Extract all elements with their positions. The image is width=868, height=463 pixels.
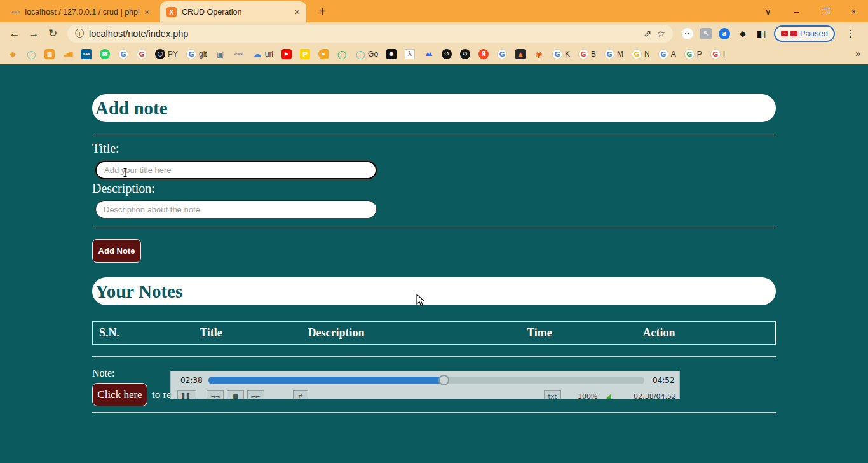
fast-forward-button[interactable]: ►► <box>247 390 264 399</box>
bookmark-google-a[interactable]: G A <box>658 49 676 59</box>
tab-title: CRUD Operation <box>182 8 289 17</box>
bookmark-favicon-icon: ▦ <box>44 49 55 59</box>
minimize-button[interactable]: – <box>782 0 811 22</box>
bookmark-google-1[interactable]: G <box>118 49 128 59</box>
bookmarks-overflow-icon[interactable]: » <box>855 48 860 59</box>
bookmark-google-p[interactable]: G P <box>684 49 702 59</box>
bookmark-google-2[interactable]: G <box>137 49 147 59</box>
paused-extension-pill[interactable]: • • Paused <box>774 25 835 42</box>
bookmark-favicon-icon: ▲▲ <box>423 49 433 59</box>
bookmark-youtube[interactable]: ▶ <box>281 49 292 59</box>
bookmark-google-b[interactable]: G B <box>578 49 596 59</box>
bookmark-phpmyadmin[interactable]: PMA <box>234 49 244 59</box>
player-progress-track[interactable] <box>208 377 644 384</box>
stop-button[interactable]: ■ <box>227 390 244 399</box>
bookmark-printer[interactable]: ▣ <box>215 49 226 59</box>
reload-button[interactable]: ↻ <box>43 27 62 40</box>
tab-phpmyadmin[interactable]: PMA localhost / 127.0.0.1 / crud | phpM … <box>5 1 156 22</box>
bookmark-google-n[interactable]: G N <box>632 49 650 59</box>
bookmark-favicon-icon: P <box>300 49 310 59</box>
bookmark-green-ring[interactable]: ◯ <box>337 49 347 59</box>
column-header-description: Description <box>308 326 365 340</box>
browser-menu-icon[interactable]: ⋮ <box>842 28 859 39</box>
rewind-button[interactable]: ◄◄ <box>207 390 224 399</box>
bookmark-programiz[interactable]: P <box>300 49 310 59</box>
bookmark-favicon-icon: G <box>118 49 128 59</box>
bookmark-analytics[interactable]: ▂▅▇ <box>63 49 73 59</box>
crud-page: Add note Title: Description: Add Note Yo… <box>0 65 868 463</box>
bookmark-person[interactable]: λ <box>405 49 415 59</box>
share-icon[interactable]: ⇗ <box>644 28 652 39</box>
url-text[interactable]: localhost/note/index.php <box>89 29 639 39</box>
bookmark-favicon-icon: ↺ <box>442 49 452 59</box>
a-extension-icon[interactable]: a <box>719 28 730 39</box>
extensions-row: •• ↖ a ◆ ◧ • • Paused ⋮ <box>678 25 863 42</box>
bookmark-star-icon[interactable]: ☆ <box>656 28 665 39</box>
bookmark-favicon-icon: ▣ <box>215 49 226 59</box>
bookmark-mountains[interactable]: ▲▲ <box>423 49 433 59</box>
pause-button[interactable]: ▌▌ <box>177 390 196 399</box>
bookmark-label: B <box>591 50 596 59</box>
reset-serial-button[interactable]: Click here <box>92 383 147 406</box>
bookmark-favicon-icon: G <box>710 49 721 59</box>
bookmark-favicon-icon: ▶ <box>281 49 292 59</box>
bookmark-whatsapp[interactable]: ☎ <box>100 49 110 59</box>
bookmark-url-tool[interactable]: ☁ url <box>252 49 273 59</box>
bookmark-duck[interactable]: ● <box>386 49 397 59</box>
tab-strip: PMA localhost / 127.0.0.1 / crud | phpM … <box>0 0 868 22</box>
bookmark-ieee[interactable]: IEEE <box>81 49 92 59</box>
player-timecode: 02:38/04:52 <box>634 392 676 399</box>
text-overlay-button[interactable]: txt <box>544 390 561 399</box>
add-note-button[interactable]: Add Note <box>92 239 141 263</box>
bookmark-favicon-icon: G <box>186 49 196 59</box>
bookmark-favicon-icon: G <box>684 49 695 59</box>
extensions-puzzle-icon[interactable]: ◆ <box>737 28 749 39</box>
selector-extension-icon[interactable]: ↖ <box>700 28 712 39</box>
site-info-icon[interactable]: ⓘ <box>75 28 84 39</box>
restore-button[interactable] <box>811 0 839 22</box>
bookmark-s-circle-2[interactable]: ↺ <box>460 49 470 59</box>
bookmark-github[interactable]: ☺ PY <box>155 49 178 59</box>
bookmark-yandex[interactable]: Я <box>478 49 489 59</box>
description-input[interactable] <box>95 200 377 218</box>
bookmark-godaddy[interactable]: ◯ <box>26 49 36 59</box>
bookmark-favicon-icon: G <box>658 49 668 59</box>
close-tab-icon[interactable]: × <box>144 6 150 17</box>
divider <box>92 412 776 413</box>
bookmark-matlab[interactable]: ▲ <box>515 49 526 59</box>
column-header-sn: S.N. <box>99 326 119 340</box>
bookmark-google-git[interactable]: G git <box>186 49 207 59</box>
bookmark-diamond[interactable]: ◆ <box>8 49 18 59</box>
bookmark-orange-app[interactable]: ▦ <box>44 49 55 59</box>
bookmark-label: git <box>199 50 207 59</box>
column-header-time: Time <box>527 326 552 340</box>
title-input[interactable] <box>95 161 377 179</box>
new-tab-button[interactable]: + <box>314 3 330 20</box>
bookmark-go-circle[interactable]: ◯ Go <box>355 49 378 59</box>
panda-extension-icon[interactable]: •• <box>682 28 693 39</box>
bookmark-favicon-icon: ◉ <box>534 49 544 59</box>
bookmark-label: P <box>697 50 702 59</box>
jump-button[interactable]: ⇄ <box>293 390 308 399</box>
bookmark-favicon-icon: Я <box>478 49 489 59</box>
bookmark-favicon-icon: IEEE <box>81 49 92 59</box>
side-panel-icon[interactable]: ◧ <box>756 28 767 39</box>
close-tab-icon[interactable]: × <box>294 6 300 17</box>
bookmark-google-3[interactable]: G <box>497 49 507 59</box>
close-window-button[interactable]: × <box>839 0 868 22</box>
bookmark-google-m[interactable]: G M <box>604 49 623 59</box>
address-bar[interactable]: ⓘ localhost/note/index.php ⇗ ☆ <box>67 25 673 43</box>
back-button[interactable]: ← <box>5 27 24 40</box>
forward-button[interactable]: → <box>24 27 43 40</box>
your-notes-heading: Your Notes <box>92 277 776 305</box>
player-progress-thumb[interactable] <box>438 375 449 385</box>
bookmark-video-camera[interactable]: ▶ <box>318 49 329 59</box>
tab-crud-operation[interactable]: X CRUD Operation × <box>160 1 306 22</box>
column-header-action: Action <box>643 326 675 340</box>
bookmark-google-k[interactable]: G K <box>552 49 570 59</box>
bookmark-google-i[interactable]: G I <box>710 49 725 59</box>
volume-icon[interactable]: ◢ <box>604 391 611 399</box>
bookmark-eye[interactable]: ◉ <box>534 49 544 59</box>
tab-search-icon[interactable]: ∨ <box>754 0 782 22</box>
bookmark-s-circle-1[interactable]: ↺ <box>442 49 452 59</box>
